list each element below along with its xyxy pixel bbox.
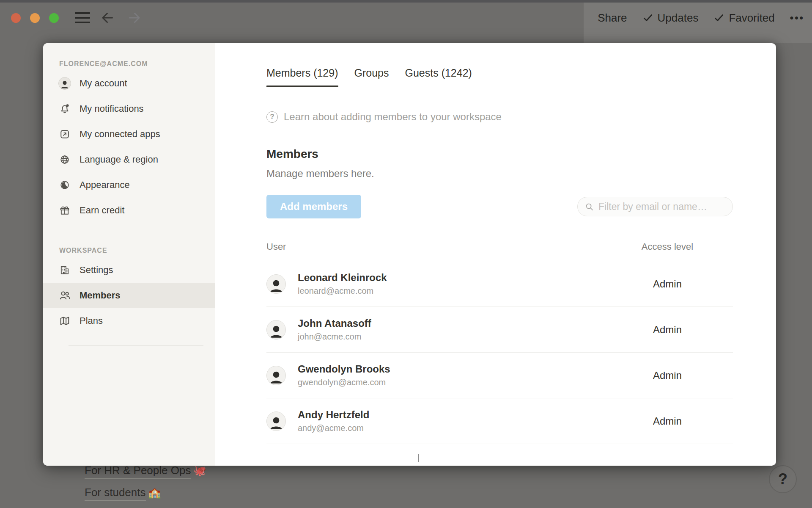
sidebar-item-label: Members [80,290,121,301]
member-email: john@acme.com [298,332,621,342]
members-actions-row: Add members [266,195,733,218]
search-icon [584,202,594,212]
sidebar-item-plans[interactable]: Plans [43,308,215,334]
question-circle-icon: ? [266,111,278,123]
sidebar-item-label: Earn credit [80,205,124,216]
window-topbar: Share Updates Favorited ••• [0,3,812,33]
sidebar-item-label: Plans [80,315,103,326]
background-page-links: For HR & People Ops🐙 For students🏫 [85,464,206,508]
tab-members[interactable]: Members (129) [266,67,338,87]
member-avatar [266,274,286,294]
building-icon [58,264,71,276]
member-name: Leonard Kleinrock [298,272,621,284]
column-header-user: User [266,241,621,252]
minimize-window-button[interactable] [30,13,40,23]
updates-label: Updates [658,11,699,25]
sidebar-item-label: Language & region [80,154,158,165]
tab-groups[interactable]: Groups [354,67,389,87]
arrow-up-right-square-icon [58,128,71,141]
sidebar-item-label: My account [80,78,127,89]
learn-about-members-link[interactable]: ? Learn about adding members to your wor… [266,111,502,123]
sidebar-item-members[interactable]: Members [43,283,215,308]
help-button[interactable]: ? [769,465,797,493]
sidebar-item-language-region[interactable]: Language & region [43,147,215,172]
member-info: Gwendolyn Brooks gwendolyn@acme.com [298,363,621,387]
sidebar-item-my-account[interactable]: My account [43,71,215,96]
column-header-access-level: Access level [621,241,714,252]
user-avatar [58,77,71,90]
member-email: andy@acme.com [298,423,621,433]
members-settings-panel: Members (129) Groups Guests (1242) ? Lea… [215,43,776,466]
globe-icon [58,153,71,166]
member-email: gwendolyn@acme.com [298,378,621,387]
sidebar-item-label: My notifications [80,103,144,114]
sidebar-item-label: Settings [80,265,113,276]
people-icon [58,289,71,302]
octopus-emoji: 🐙 [193,465,206,476]
member-access-level[interactable]: Admin [621,278,714,290]
sidebar-item-earn-credit[interactable]: Earn credit [43,198,215,223]
member-info: John Atanasoff john@acme.com [298,318,621,342]
member-access-level[interactable]: Admin [621,370,714,381]
link-for-hr-people-ops[interactable]: For HR & People Ops🐙 [85,464,206,477]
back-icon[interactable] [99,9,116,26]
member-email: leonard@acme.com [298,286,621,296]
sidebar-item-my-notifications[interactable]: My notifications [43,96,215,121]
member-info: Andy Hertzfeld andy@acme.com [298,409,621,433]
more-options-icon[interactable]: ••• [790,12,804,24]
sidebar-divider [69,345,203,346]
settings-modal: FLORENCE@ACME.COM My account My notifica… [43,43,776,466]
add-members-button[interactable]: Add members [266,195,361,218]
member-avatar [266,411,286,431]
filter-members-box[interactable] [577,197,733,216]
learn-link-label: Learn about adding members to your works… [284,111,502,123]
check-icon [713,12,724,23]
members-section-title: Members [266,147,733,161]
sidebar-item-settings[interactable]: Settings [43,257,215,283]
link-for-students[interactable]: For students🏫 [85,486,161,499]
member-name: Andy Hertzfeld [298,409,621,421]
workspace-section-header: WORKSPACE [43,247,215,257]
table-row[interactable]: Gwendolyn Brooks gwendolyn@acme.com Admi… [266,353,733,398]
members-tabs: Members (129) Groups Guests (1242) [266,67,733,87]
share-label: Share [598,11,627,25]
traffic-lights [11,13,59,23]
question-mark-icon: ? [778,470,787,488]
table-row[interactable]: Andy Hertzfeld andy@acme.com Admin [266,398,733,444]
table-row[interactable]: Leonard Kleinrock leonard@acme.com Admin [266,261,733,307]
members-section-subtitle: Manage members here. [266,168,733,179]
sidebar-item-label: My connected apps [80,129,160,140]
tab-guests[interactable]: Guests (1242) [405,67,472,87]
favorited-label: Favorited [729,11,774,25]
gift-icon [58,204,71,217]
menu-icon[interactable] [75,12,90,23]
favorited-button[interactable]: Favorited [713,11,774,25]
close-window-button[interactable] [11,13,21,23]
forward-icon[interactable] [126,9,143,26]
member-avatar [266,366,286,385]
member-access-level[interactable]: Admin [621,415,714,427]
share-button[interactable]: Share [598,11,627,25]
sidebar-item-my-connected-apps[interactable]: My connected apps [43,121,215,147]
school-emoji: 🏫 [148,487,161,498]
table-row[interactable]: John Atanasoff john@acme.com Admin [266,307,733,353]
member-avatar [266,320,286,340]
sidebar-item-appearance[interactable]: Appearance [43,172,215,198]
member-access-level[interactable]: Admin [621,324,714,336]
map-icon [58,315,71,327]
check-icon [642,12,653,23]
zoom-window-button[interactable] [49,13,59,23]
bell-icon [58,102,71,115]
sidebar-item-label: Appearance [80,179,130,190]
filter-members-input[interactable] [598,201,726,213]
member-info: Leonard Kleinrock leonard@acme.com [298,272,621,296]
settings-sidebar: FLORENCE@ACME.COM My account My notifica… [43,43,215,466]
moon-circle-icon [58,179,71,191]
member-name: John Atanasoff [298,318,621,329]
updates-button[interactable]: Updates [642,11,699,25]
account-email-header: FLORENCE@ACME.COM [43,60,215,71]
text-cursor [418,454,419,462]
member-name: Gwendolyn Brooks [298,363,621,375]
members-table-header: User Access level [266,241,733,261]
